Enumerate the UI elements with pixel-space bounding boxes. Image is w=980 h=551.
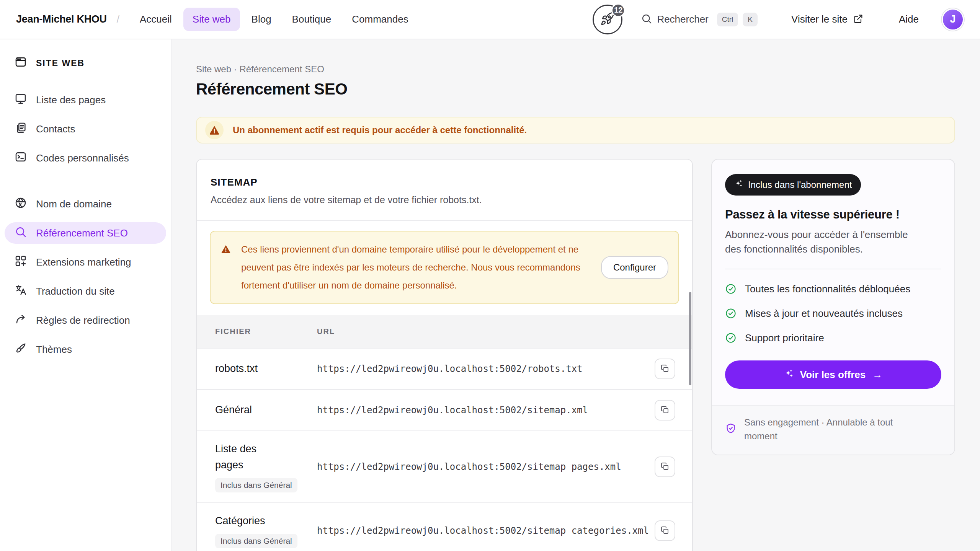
paintbrush-icon [15,342,27,357]
sitemap-table: FICHIER URL robots.txt https://led2pwire… [197,315,692,551]
table-row: robots.txt https://led2pwireowj0u.localh… [197,348,692,389]
nav-item-accueil[interactable]: Accueil [131,8,181,31]
check-circle-icon [725,307,737,321]
subscription-badge-label: Inclus dans l'abonnement [748,179,852,190]
copy-icon [660,462,670,472]
file-url: https://led2pwireowj0u.localhost:5002/si… [317,461,655,472]
sidebar-item-contacts[interactable]: Contacts [5,118,166,140]
search-icon [15,226,27,241]
check-circle-icon [725,282,737,296]
sitemap-card: SITEMAP Accédez aux liens de votre sitem… [196,159,693,551]
search-button[interactable]: Rechercher Ctrl K [641,13,758,26]
temporary-domain-warning: Ces liens proviennent d'un domaine tempo… [210,231,679,304]
feature-item: Support prioritaire [725,331,941,345]
sidebar-group-content: Liste des pages Contacts Codes person [5,89,166,169]
table-scrollbar[interactable] [689,292,691,385]
launch-checklist-button[interactable]: 12 [593,5,622,34]
sidebar-item-label: Liste des pages [36,94,106,106]
translate-icon [15,284,27,299]
contacts-icon [15,122,27,137]
sidebar-item-themes[interactable]: Thèmes [5,339,166,360]
divider [725,269,941,269]
sidebar-section-label: SITE WEB [36,58,85,68]
account-name[interactable]: Jean-Michel KHOU [16,13,107,25]
sidebar-item-regles-de-redirection[interactable]: Règles de redirection [5,310,166,331]
sidebar-item-referencement-seo[interactable]: Référencement SEO [5,222,166,244]
copy-icon [660,526,670,536]
included-badge: Inclus dans Général [215,478,297,492]
help-link[interactable]: Aide [899,13,919,25]
file-name: Catégories [215,513,276,529]
file-name: Liste des pages [215,441,276,473]
feature-text: Toutes les fonctionnalités débloquées [745,282,910,296]
column-header-fichier: FICHIER [215,327,317,336]
copy-icon [660,364,670,374]
nav-item-commandes[interactable]: Commandes [343,8,417,31]
nav-item-boutique[interactable]: Boutique [283,8,341,31]
search-icon [641,13,652,26]
sparkles-icon [784,368,794,381]
sidebar-item-liste-des-pages[interactable]: Liste des pages [5,89,166,111]
nav-item-blog[interactable]: Blog [242,8,281,31]
subscription-alert-text: Un abonnement actif est requis pour accé… [233,125,527,135]
commitment-note: Sans engagement · Annulable à tout momen… [744,416,909,443]
sidebar-item-nom-de-domaine[interactable]: Nom de domaine [5,193,166,215]
upsell-card: Inclus dans l'abonnement Passez à la vit… [711,159,955,455]
copy-url-button[interactable] [655,456,675,477]
check-circle-icon [725,331,737,345]
top-navbar: Jean-Michel KHOU / Accueil Site web Blog… [0,0,980,39]
sidebar: SITE WEB Liste des pages Contacts [0,39,172,551]
upsell-title: Passez à la vitesse supérieure ! [725,208,941,222]
sidebar-item-label: Règles de redirection [36,315,130,326]
sitemap-card-title: SITEMAP [211,176,678,188]
arrow-right-icon: → [872,369,882,381]
copy-url-button[interactable] [655,359,675,379]
feature-item: Toutes les fonctionnalités débloquées [725,282,941,296]
column-header-url: URL [317,327,674,336]
shield-check-icon [725,423,737,436]
view-offers-button[interactable]: Voir les offres → [725,360,941,389]
nav-item-site-web[interactable]: Site web [183,8,240,31]
sidebar-item-label: Thèmes [36,344,72,355]
view-offers-label: Voir les offres [800,369,866,381]
file-url: https://led2pwireowj0u.localhost:5002/si… [317,525,655,536]
avatar[interactable]: J [942,8,964,31]
file-name: robots.txt [215,361,276,377]
visit-site-link[interactable]: Visiter le site [791,13,864,26]
sparkles-icon [734,179,743,191]
feature-list: Toutes les fonctionnalités débloquées Mi… [725,282,941,345]
upsell-footer: Sans engagement · Annulable à tout momen… [712,405,954,455]
monitor-icon [15,93,27,108]
feature-text: Mises à jour et nouveautés incluses [745,307,903,321]
sitemap-card-description: Accédez aux liens de votre sitemap et de… [211,194,678,205]
sidebar-item-codes-personnalises[interactable]: Codes personnalisés [5,147,166,169]
table-row: Catégories Inclus dans Général https://l… [197,502,692,551]
page-title: Référencement SEO [196,80,955,98]
sidebar-section-site-web: SITE WEB [5,52,166,74]
configure-button[interactable]: Configurer [601,256,668,279]
grid-plus-icon [15,255,27,270]
copy-url-button[interactable] [655,400,675,421]
file-name: Général [215,402,276,418]
table-row: Général https://led2pwireowj0u.localhost… [197,389,692,430]
copy-url-button[interactable] [655,520,675,541]
feature-item: Mises à jour et nouveautés incluses [725,307,941,321]
sidebar-item-label: Référencement SEO [36,227,128,239]
kbd-ctrl: Ctrl [717,13,738,26]
table-row: Liste des pages Inclus dans Général http… [197,430,692,502]
sidebar-item-label: Codes personnalisés [36,152,129,164]
redirect-arrow-icon [15,313,27,328]
terminal-icon [15,151,27,166]
breadcrumb[interactable]: Site web · Référencement SEO [196,64,955,75]
brand-separator: / [117,13,119,25]
sidebar-item-extensions-marketing[interactable]: Extensions marketing [5,251,166,273]
copy-icon [660,405,670,416]
sidebar-group-settings: Nom de domaine Référencement SEO Exte [5,193,166,360]
feature-text: Support prioritaire [745,331,824,345]
sidebar-item-label: Nom de domaine [36,198,112,210]
main-content: Site web · Référencement SEO Référenceme… [172,39,980,551]
visit-site-label: Visiter le site [791,13,848,25]
sidebar-item-label: Contacts [36,123,75,135]
sidebar-item-traduction-du-site[interactable]: Traduction du site [5,280,166,302]
navbar-right: 12 Rechercher Ctrl K Visiter le site Aid… [593,5,964,34]
